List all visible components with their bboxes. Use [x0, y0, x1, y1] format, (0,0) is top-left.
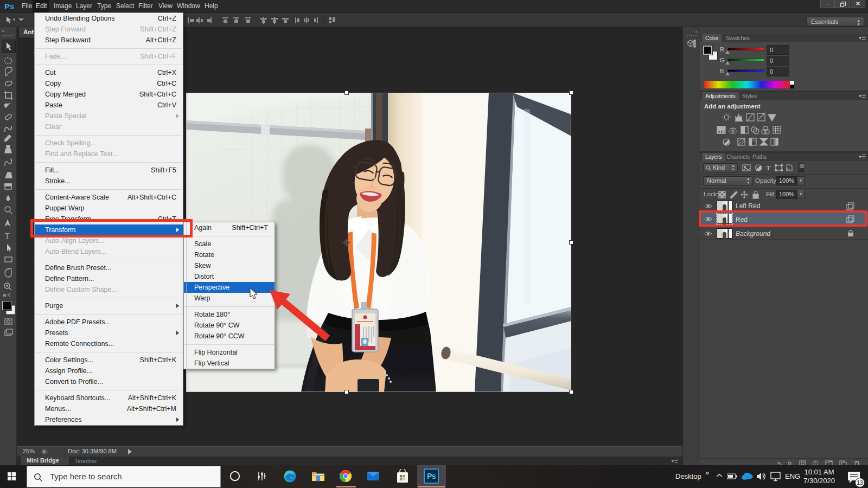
svg-text:T: T	[766, 164, 771, 172]
svg-text:13: 13	[857, 479, 863, 486]
svg-text:T: T	[5, 232, 10, 240]
